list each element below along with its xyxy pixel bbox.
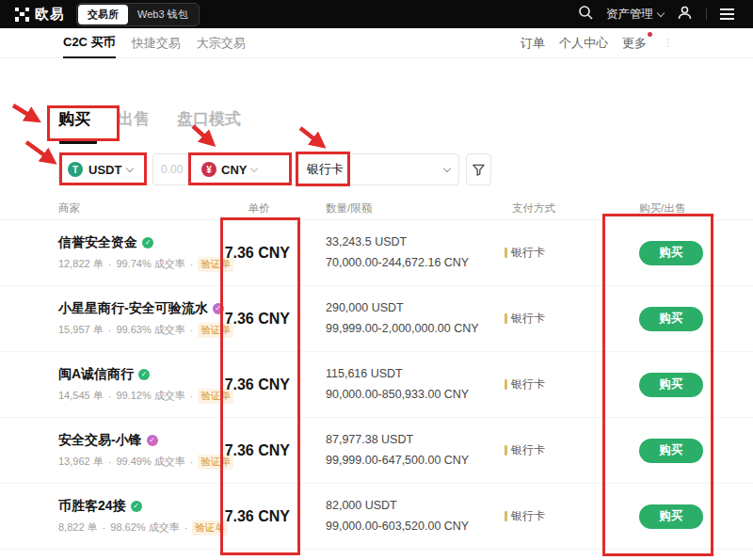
chevron-down-icon [443,164,451,171]
merchant-name[interactable]: 信誉安全资金 [58,234,137,251]
subnav-item-block-trade[interactable]: 大宗交易 [197,28,246,57]
order-limits: 90,000.00-850,933.00 CNY [326,385,505,405]
profile-icon[interactable] [677,5,693,24]
merchant-name[interactable]: 闽A诚信商行 [58,366,134,383]
col-payment: 支付方式 [505,201,622,216]
merchant-cell[interactable]: 闽A诚信商行 ✓ 14,545 单 · 99.12% 成交率 · 验证单 [58,366,220,404]
table-row: 币胜客24接 ✓ 8,822 单 · 98.62% 成交率 · 验证单 7.36… [0,484,753,550]
payment-method: 银行卡 [511,508,545,524]
crypto-select-value: USDT [88,163,121,177]
payment-method-select[interactable]: 银行卡 [297,153,459,185]
search-icon[interactable] [578,5,593,24]
price-cell: 7.36 CNY [220,442,297,459]
merchant-badge-icon: ✓ [142,237,153,248]
completion-rate: 99.74% 成交率 [116,257,184,271]
crypto-select[interactable]: T USDT [58,153,146,185]
tab-buy[interactable]: 购买 [58,108,90,130]
filter-button[interactable] [466,153,491,185]
order-count: 12,822 单 [58,257,104,271]
asset-management-menu[interactable]: 资产管理 [606,7,664,23]
tab-orderbook-mode[interactable]: 盘口模式 [177,108,241,130]
okx-logo[interactable]: 欧易 [15,6,65,24]
merchant-cell[interactable]: 币胜客24接 ✓ 8,822 单 · 98.62% 成交率 · 验证单 [58,498,220,536]
dot-separator: · [108,325,112,336]
dot-separator: · [103,522,106,534]
tab-sell[interactable]: 出售 [118,108,150,130]
dot-separator: · [108,391,112,402]
subnav-item-c2c-buy[interactable]: C2C 买币 [63,27,116,58]
completion-rate: 99.12% 成交率 [116,389,184,403]
payment-method: 银行卡 [511,245,545,261]
amount-limit-cell: 290,000 USDT 99,999.00-2,000,000.00 CNY [297,298,505,339]
col-buy-sell: 购买/出售 [622,201,753,216]
available-amount: 290,000 USDT [326,298,505,318]
buy-button[interactable]: 购买 [639,504,703,529]
subnav: C2C 买币 快捷交易 大宗交易 订单 个人中心 更多 ⋮ [0,28,753,58]
merchant-name[interactable]: 小星星商行-安全可验流水 [58,300,208,317]
completion-rate: 98.62% 成交率 [110,520,179,535]
merchant-name[interactable]: 币胜客24接 [58,498,126,515]
okx-logo-icon [15,8,29,22]
topbar: 欧易 交易所 Web3 钱包 资产管理 [0,0,753,28]
amount-input[interactable] [161,163,197,176]
price-cell: 7.36 CNY [220,376,297,393]
payment-color-bar [505,511,507,521]
dot-separator: · [108,456,112,468]
payment-method: 银行卡 [511,442,545,458]
merchant-badge-icon: ✓ [131,501,142,512]
available-amount: 87,977.38 USDT [326,430,505,450]
buy-button[interactable]: 购买 [639,439,703,463]
payment-color-bar [505,248,507,258]
filter-bar: T USDT ¥ CNY 银行卡 [58,153,491,185]
table-row: 安全交易-小锋 ✓ 13,962 单 · 99.49% 成交率 · 验证单 7.… [0,418,753,484]
buy-button[interactable]: 购买 [639,373,703,397]
more-label: 更多 [622,36,647,50]
c2c-market-panel: 购买 出售 盘口模式 T USDT ¥ CNY 银行卡 商家 单价 数量/限额 … [0,58,753,560]
col-merchant: 商家 [58,201,220,216]
order-count: 13,962 单 [58,455,104,469]
merchant-badge-icon: ✓ [138,369,150,380]
merchant-cell[interactable]: 小星星商行-安全可验流水 ✓ 15,957 单 · 99.63% 成交率 · 验… [58,300,220,338]
dot-separator: · [190,325,194,336]
payment-cell: 银行卡 [505,442,622,458]
order-limits: 70,000.00-244,672.16 CNY [326,253,505,273]
topbar-divider [706,8,707,21]
amount-limit-cell: 115,616 USDT 90,000.00-850,933.00 CNY [297,364,505,405]
asset-management-label: 资产管理 [606,7,653,23]
offer-list: 信誉安全资金 ✓ 12,822 单 · 99.74% 成交率 · 验证单 7.3… [0,220,753,550]
tab-exchange[interactable]: 交易所 [78,5,128,24]
dot-separator: · [190,391,194,402]
menu-icon[interactable] [720,8,734,20]
merchant-cell[interactable]: 安全交易-小锋 ✓ 13,962 单 · 99.49% 成交率 · 验证单 [58,432,220,470]
amount-limit-cell: 82,000 USDT 99,000.00-603,520.00 CNY [297,496,505,536]
dot-separator: · [184,522,188,534]
completion-rate: 99.63% 成交率 [116,323,184,337]
subnav-item-express-trade[interactable]: 快捷交易 [132,28,181,57]
notification-dot [648,32,652,37]
subnav-item-profile-center[interactable]: 个人中心 [559,28,608,57]
order-limits: 99,000.00-603,520.00 CNY [326,517,505,536]
dot-separator: · [190,259,194,270]
subnav-item-orders[interactable]: 订单 [521,28,545,57]
payment-cell: 银行卡 [505,508,622,524]
merchant-badge-icon: ✓ [147,435,158,446]
price-cell: 7.36 CNY [220,245,297,262]
exchange-mode-tabs: 交易所 Web3 钱包 [76,3,200,26]
order-count: 8,822 单 [58,520,98,535]
col-amount-limit: 数量/限额 [297,201,505,216]
payment-cell: 银行卡 [505,245,622,261]
merchant-cell[interactable]: 信誉安全资金 ✓ 12,822 单 · 99.74% 成交率 · 验证单 [58,234,220,272]
subnav-item-more[interactable]: 更多 [622,28,647,57]
dot-separator: · [108,259,112,270]
completion-rate: 99.49% 成交率 [116,455,184,469]
tab-web3-wallet[interactable]: Web3 钱包 [128,5,198,24]
merchant-name[interactable]: 安全交易-小锋 [58,432,142,449]
payment-select-value: 银行卡 [307,161,344,178]
payment-color-bar [505,445,507,456]
buy-button[interactable]: 购买 [639,307,703,331]
order-count: 14,545 单 [58,389,104,403]
funnel-icon [472,163,486,177]
buy-button[interactable]: 购买 [639,241,703,265]
table-row: 闽A诚信商行 ✓ 14,545 单 · 99.12% 成交率 · 验证单 7.3… [0,352,753,418]
payment-color-bar [505,313,507,324]
